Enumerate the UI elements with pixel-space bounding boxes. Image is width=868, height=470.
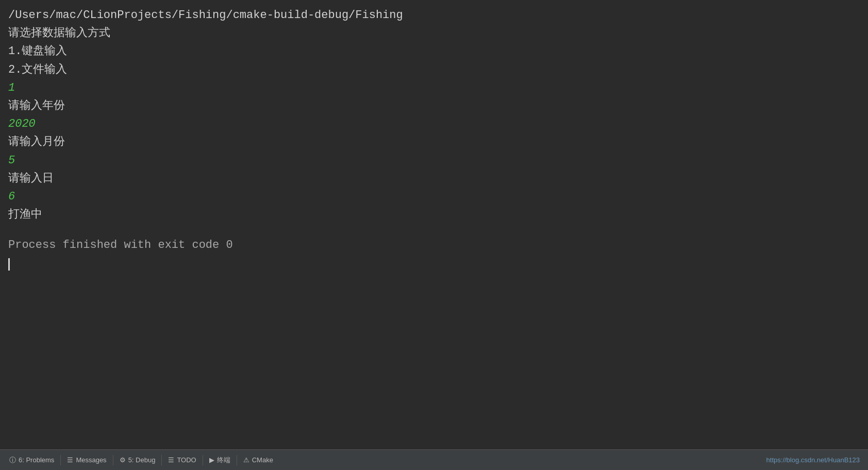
divider-5 bbox=[237, 455, 237, 465]
debug-label: 5: Debug bbox=[128, 456, 156, 464]
fishing-status: 打渔中 bbox=[8, 206, 860, 224]
cursor-icon bbox=[8, 258, 10, 271]
option-file: 2.文件输入 bbox=[8, 61, 860, 79]
divider-4 bbox=[203, 455, 203, 465]
problems-label: 6: Problems bbox=[19, 456, 54, 464]
prompt-day: 请输入日 bbox=[8, 170, 860, 188]
messages-label: Messages bbox=[76, 456, 106, 464]
path-line: /Users/mac/CLionProjects/Fishing/cmake-b… bbox=[8, 6, 860, 24]
divider-3 bbox=[161, 455, 162, 465]
divider-1 bbox=[60, 455, 61, 465]
todo-tab[interactable]: ☰ TODO bbox=[163, 450, 201, 470]
cmake-icon: ⚠ bbox=[243, 456, 249, 464]
prompt-input-method: 请选择数据输入方式 bbox=[8, 24, 860, 42]
prompt-year: 请输入年份 bbox=[8, 97, 860, 115]
divider-2 bbox=[113, 455, 113, 465]
problems-tab[interactable]: ⓘ 6: Problems bbox=[4, 450, 59, 470]
url-link[interactable]: https://blog.csdn.net/HuanB123 bbox=[766, 456, 864, 464]
cmake-label: CMake bbox=[252, 456, 273, 464]
terminal-tab[interactable]: ▶ 终端 bbox=[204, 450, 236, 470]
cmake-tab[interactable]: ⚠ CMake bbox=[238, 450, 278, 470]
todo-label: TODO bbox=[177, 456, 196, 464]
terminal-body[interactable]: /Users/mac/CLionProjects/Fishing/cmake-b… bbox=[0, 0, 868, 449]
input-month: 5 bbox=[8, 152, 860, 170]
status-bar: ⓘ 6: Problems ☰ Messages ⚙ 5: Debug ☰ TO… bbox=[0, 449, 868, 470]
process-finished: Process finished with exit code 0 bbox=[8, 236, 860, 254]
problems-icon: ⓘ bbox=[9, 456, 16, 465]
cursor-line bbox=[8, 255, 860, 273]
terminal-label: 终端 bbox=[217, 456, 230, 465]
debug-tab[interactable]: ⚙ 5: Debug bbox=[114, 450, 161, 470]
debug-icon: ⚙ bbox=[120, 456, 126, 464]
input-choice: 1 bbox=[8, 79, 860, 97]
messages-icon: ☰ bbox=[67, 456, 73, 464]
todo-icon: ☰ bbox=[168, 456, 174, 464]
prompt-month: 请输入月份 bbox=[8, 133, 860, 151]
terminal-icon: ▶ bbox=[209, 456, 214, 464]
input-year: 2020 bbox=[8, 115, 860, 133]
option-keyboard: 1.键盘输入 bbox=[8, 42, 860, 60]
messages-tab[interactable]: ☰ Messages bbox=[62, 450, 111, 470]
input-day: 6 bbox=[8, 188, 860, 206]
